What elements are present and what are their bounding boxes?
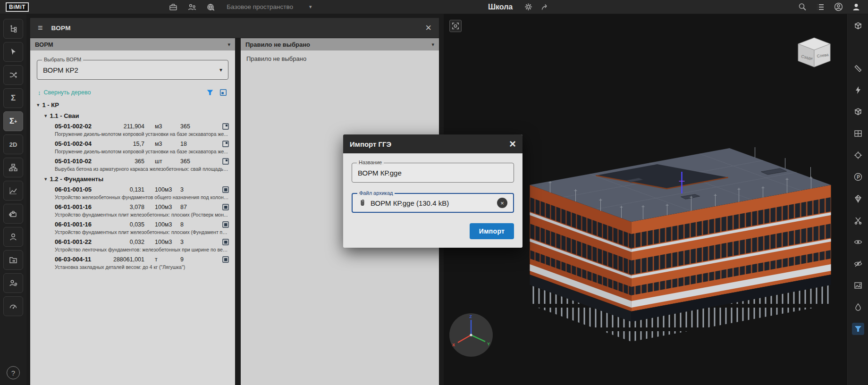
panel-menu-icon[interactable]: ≡: [38, 23, 43, 33]
shared-folder-icon[interactable]: [3, 250, 23, 270]
axis-gizmo[interactable]: Z X Y: [448, 312, 494, 358]
paint-drop-icon[interactable]: [852, 301, 864, 313]
measure-ruler-icon[interactable]: [852, 62, 864, 75]
building-model[interactable]: [524, 119, 838, 355]
item-value: 0,131: [110, 186, 144, 193]
tree-item[interactable]: 06-01-001-05 0,131 100м3 3 Устройство же…: [34, 184, 231, 202]
workspace-select[interactable]: Базовое пространство ▾: [227, 3, 312, 10]
user-icon[interactable]: [3, 227, 23, 247]
2d-view-icon[interactable]: 2D: [3, 134, 23, 154]
item-value: 15,7: [110, 141, 144, 147]
item-description: Устройство ленточных фундаментов: железо…: [55, 247, 229, 252]
sigma-icon[interactable]: Σ: [3, 88, 23, 108]
rule-empty-text: Правило не выбрано: [246, 55, 306, 62]
user-location-icon[interactable]: [3, 273, 23, 293]
trend-chart-icon[interactable]: [3, 181, 23, 201]
user-avatar-icon[interactable]: [851, 2, 861, 12]
filter-funnel-icon[interactable]: [206, 88, 214, 97]
visibility-off-eye-icon[interactable]: [852, 258, 864, 270]
clash-lightning-icon[interactable]: [852, 84, 864, 96]
file-field[interactable]: Файл архикад ВОРМ КР.gge (130.4 kB) ×: [352, 193, 514, 213]
file-field-value: ВОРМ КР.gge (130.4 kB): [371, 199, 449, 207]
clear-file-button[interactable]: ×: [497, 198, 507, 208]
axis-label-y: Y: [487, 342, 490, 346]
worm-section-header[interactable]: ВОРМ ▾: [30, 38, 235, 50]
item-value: 288061,001: [110, 256, 144, 263]
gem-icon[interactable]: [852, 192, 864, 205]
rule-section-header[interactable]: Правило не выбрано ▾: [241, 38, 439, 50]
item-code: 06-01-001-22: [55, 238, 110, 245]
model-link-icon[interactable]: [219, 221, 229, 228]
model-link-icon[interactable]: [219, 186, 229, 193]
model-structure-icon[interactable]: [3, 19, 23, 39]
search-icon[interactable]: [797, 2, 808, 12]
hide-image-icon[interactable]: [852, 279, 864, 292]
tree-group-1-1[interactable]: ▾1.1 - Сваи: [34, 110, 231, 121]
space-sync-icon[interactable]: [206, 2, 216, 12]
modal-close-icon[interactable]: ×: [509, 139, 516, 149]
project-actions: [523, 2, 550, 12]
tree-group-label: 1.2 - Фундаменты: [50, 176, 103, 183]
cut-plane-icon[interactable]: [852, 214, 864, 226]
tree-item[interactable]: 06-01-001-22 0,032 100м3 3 Устройство ле…: [34, 237, 231, 254]
tree-item[interactable]: 05-01-002-02 211,904 м3 365 Погружение д…: [34, 121, 231, 139]
model-link-icon[interactable]: [219, 158, 229, 165]
caret-down-icon: ▾: [44, 113, 47, 119]
item-code: 06-01-001-05: [55, 186, 110, 193]
fit-frame-icon[interactable]: [219, 88, 228, 97]
select-move-icon[interactable]: [3, 42, 23, 62]
app-logo[interactable]: BiMiT: [6, 2, 29, 12]
help-button[interactable]: ?: [7, 366, 20, 379]
tree-group-1-2[interactable]: ▾1.2 - Фундаменты: [34, 174, 231, 184]
worm-select[interactable]: Выбрать ВОРМ ВОРМ КР2 ▾: [37, 60, 228, 80]
tree-item[interactable]: 06-01-001-16 3,078 100м3 87 Устройство ф…: [34, 202, 231, 219]
account-circle-icon[interactable]: [833, 2, 843, 12]
filter-active-icon[interactable]: [852, 323, 864, 335]
portfolio-icon[interactable]: [168, 2, 178, 12]
tree-item[interactable]: 05-01-002-04 15,7 м3 18 Погружение дизел…: [34, 139, 231, 156]
grid-table-icon[interactable]: [852, 127, 864, 140]
model-link-icon[interactable]: [219, 256, 229, 263]
visibility-eye-icon[interactable]: [852, 236, 864, 248]
tree-item[interactable]: 05-01-010-02 365 шт 365 Вырубка бетона и…: [34, 156, 231, 174]
modal-title: Импорт ГГЭ: [350, 140, 391, 148]
axonometry-cube-icon[interactable]: [852, 20, 864, 32]
locate-target-icon[interactable]: [852, 149, 864, 161]
panel-close-icon[interactable]: ×: [425, 24, 431, 32]
item-count: 3: [179, 239, 219, 245]
worm-select-label: Выбрать ВОРМ: [42, 57, 83, 62]
navigation-cube[interactable]: Сзади Слева: [794, 36, 834, 71]
model-link-icon[interactable]: [219, 238, 229, 246]
import-button[interactable]: Импорт: [470, 223, 514, 239]
topbar-right: [797, 2, 861, 12]
sigma-plus-icon[interactable]: Σ+: [3, 111, 23, 131]
share-icon[interactable]: [540, 2, 550, 12]
p-circle-icon[interactable]: P: [852, 171, 864, 183]
item-count: 9: [179, 256, 219, 263]
name-field[interactable]: Название ВОРМ КР.gge: [352, 163, 514, 183]
settings-gear-icon[interactable]: [523, 2, 533, 12]
right-toolbar: P: [847, 14, 868, 385]
item-unit: т: [144, 256, 179, 263]
plus-glyph: +: [14, 119, 17, 124]
tree-group-1[interactable]: ▾1 - КР: [34, 100, 231, 110]
tree-controls: ↕ Свернуть дерево: [38, 88, 228, 97]
workspace-select-value: Базовое пространство: [227, 3, 293, 10]
tree-item[interactable]: 06-03-004-11 288061,001 т 9 Установка за…: [34, 254, 231, 272]
org-chart-icon[interactable]: [3, 158, 23, 177]
plugins-puzzle-icon[interactable]: [3, 204, 23, 224]
item-code: 06-01-001-16: [55, 203, 110, 210]
collaboration-icon[interactable]: [187, 2, 197, 12]
tree-item[interactable]: 06-01-001-16 0,035 100м3 8 Устройство фу…: [34, 219, 231, 237]
connections-icon[interactable]: [3, 65, 23, 85]
collapse-caret-icon: ▾: [431, 42, 434, 48]
dashboard-gauge-icon[interactable]: [3, 296, 23, 316]
viewport-focus-button[interactable]: [449, 20, 462, 32]
model-link-icon[interactable]: [219, 140, 229, 148]
list-menu-icon[interactable]: [815, 2, 826, 12]
model-link-icon[interactable]: [219, 203, 229, 211]
item-value: 211,904: [110, 123, 144, 130]
collapse-tree-link[interactable]: ↕ Свернуть дерево: [38, 89, 91, 96]
section-box-icon[interactable]: [852, 106, 864, 118]
model-link-icon[interactable]: [219, 123, 229, 130]
